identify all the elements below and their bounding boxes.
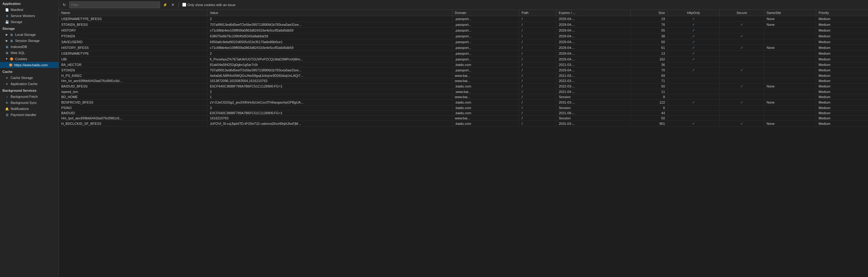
table-cell: Medium [816, 105, 868, 111]
refresh-button[interactable]: ↻ [61, 2, 67, 8]
table-cell: ✓ [668, 67, 719, 73]
sidebar-item-bg-fetch[interactable]: ↕ Background Fetch [0, 93, 59, 100]
sidebar-item-baidu-cookies[interactable]: 🍪 https://www.baidu.com [0, 62, 59, 68]
table-row[interactable]: BAIDUID_BFESSE0CF640C3888F799A7B6FC51C11… [59, 84, 868, 89]
table-row[interactable]: UBIfi_PncwhpxZ%7ETaKAVUGTI3JXPvPZCQLWaD3… [59, 56, 868, 62]
col-header-samesite[interactable]: SameSite [764, 10, 816, 16]
table-cell: 3 [208, 105, 453, 111]
table-row[interactable]: BAIDUIDE0CF640C3888F799A7B6FC51C1128906:… [59, 111, 868, 116]
table-cell: 901 [630, 121, 668, 127]
table-cell: None [764, 16, 816, 22]
sidebar-item-session-storage-label: Session Storage [15, 39, 40, 43]
table-cell: .baidu.com [452, 105, 519, 111]
table-cell: zV-OJeC62Glg2_jeo3X8hHc6zUeCox3TH6aogseX… [208, 100, 453, 105]
sidebar-item-manifest[interactable]: 📄 Manifest [0, 7, 59, 13]
table-cell: 162 [630, 56, 668, 62]
sidebar-item-bg-sync-label: Background Sync [11, 101, 37, 105]
col-header-name[interactable]: Name [59, 10, 208, 16]
table-cell: ✓ [668, 51, 719, 56]
table-cell: .baidu.com [452, 62, 519, 67]
col-header-expires[interactable]: Expires / ... [556, 10, 630, 16]
table-cell: .baidu.com [452, 100, 519, 105]
sidebar-item-storage[interactable]: 💾 Storage [0, 19, 59, 25]
col-header-value[interactable]: Value [208, 10, 453, 16]
table-cell: Medium [816, 16, 868, 22]
table-row[interactable]: ispeed_lsm2.www.bai.../2021-04-...11Medi… [59, 89, 868, 94]
table-row[interactable]: HISTORY_BFESSc71c88bb4ee109ff00fa0863d82… [59, 45, 868, 51]
clear-button[interactable]: ✕ [170, 2, 176, 8]
table-row[interactable]: PSINO3.baidu.com/Session6Medium [59, 105, 868, 111]
table-cell [668, 62, 719, 67]
table-row[interactable]: STOKEN_BFESS707a99913ed6d5eef72e5be39571… [59, 22, 868, 28]
table-cell: 1616210763 [208, 116, 453, 121]
sidebar-item-local-storage[interactable]: ▶ ⊞ Local Storage [0, 32, 59, 38]
sidebar-item-web-sql[interactable]: ⊞ Web SQL [0, 50, 59, 56]
table-cell: / [519, 62, 556, 67]
cookies-folder-icon: 🍪 [9, 57, 14, 61]
table-row[interactable]: BDSFRCVID_BFESSzV-OJeC62Glg2_jeo3X8hHc6z… [59, 100, 868, 105]
table-cell: USERNAMETYPE [59, 51, 208, 56]
table-cell: HISTORY_BFESS [59, 45, 208, 51]
table-row[interactable]: USERNAMETYPE2.passport.../2029-04-...13✓… [59, 51, 868, 56]
workers-icon: ⚙ [5, 14, 9, 18]
table-row[interactable]: PTOKEN638075e8b76c109045d5342a8ab6af18.p… [59, 33, 868, 39]
table-cell: www.bai... [452, 94, 519, 100]
sidebar-item-payment-label: Payment Handler [11, 113, 36, 117]
table-row[interactable]: BD_HOME1www.bai.../Session8Medium [59, 94, 868, 100]
table-cell: 2021-03-... [556, 62, 630, 67]
app-cache-icon: ≡ [5, 82, 9, 86]
table-cell: 2029-04-... [556, 56, 630, 62]
sidebar-item-bg-sync[interactable]: ↻ Background Sync [0, 100, 59, 106]
col-header-httponly[interactable]: HttpOnly [668, 10, 719, 16]
col-header-priority[interactable]: Priority [816, 10, 868, 16]
table-cell [719, 16, 764, 22]
sidebar-item-cookies-label: Cookies [15, 57, 27, 61]
table-cell: 50 [630, 39, 668, 45]
table-cell: BD_HOME [59, 94, 208, 100]
table-cell: / [519, 116, 556, 121]
table-cell: ✓ [719, 33, 764, 39]
table-cell: .passport... [452, 39, 519, 45]
sidebar-item-session-storage[interactable]: ▶ ⊞ Session Storage [0, 38, 59, 44]
table-cell: 36 [630, 62, 668, 67]
only-issues-checkbox-label[interactable]: Only show cookies with an issue [181, 2, 237, 8]
table-cell: HISTORY [59, 28, 208, 33]
table-row[interactable]: BA_HECTOR81ak04a584252g0gbv1g5ar7c0r.bai… [59, 62, 868, 67]
table-cell: Medium [816, 73, 868, 78]
filter-options-icon: ⚡ [163, 3, 167, 7]
table-row[interactable]: Hm_lvt_aec699bb6442ba076c8981c6d...16138… [59, 78, 868, 84]
sidebar-item-service-workers[interactable]: ⚙ Service Workers [0, 13, 59, 19]
bg-fetch-icon: ↕ [5, 94, 9, 99]
table-row[interactable]: Hm_lpvt_aec699bb6442ba076c8981c6...16162… [59, 116, 868, 121]
col-header-size[interactable]: Size [630, 10, 668, 16]
cookies-table-container: Name Value Domain Path Expires / ... Siz… [59, 10, 868, 277]
sidebar-item-baidu-cookies-label: https://www.baidu.com [14, 63, 48, 67]
table-cell: 1 [208, 94, 453, 100]
col-header-domain[interactable]: Domain [452, 10, 519, 16]
table-cell: Session [556, 94, 630, 100]
session-storage-icon: ⊞ [9, 38, 14, 43]
sidebar-item-indexeddb[interactable]: ⊞ IndexedDB [0, 44, 59, 50]
table-cell: ✓ [668, 39, 719, 45]
table-row[interactable]: USERNAMETYPE_BFESS2.passport.../2029-04-… [59, 16, 868, 22]
table-cell: 76 [630, 22, 668, 28]
table-cell: 2022-03-... [556, 78, 630, 84]
filter-icon-btn[interactable]: ⚡ [162, 2, 168, 8]
sidebar-item-cookies[interactable]: ▼ 🍪 Cookies [0, 56, 59, 62]
table-cell: / [519, 78, 556, 84]
sidebar-item-cache-storage[interactable]: ≡ Cache Storage [0, 75, 59, 81]
table-row[interactable]: SAVEUSERID6950a6c9ebd9022d6505cf22e35170… [59, 39, 868, 45]
table-row[interactable]: H_BDCLCKID_SF_BFESSJnFOVI_5f-csjJbphITD-… [59, 121, 868, 127]
table-cell: fi_PncwhpxZ%7ETaKAVUGTI3JXPvPZCQLWaD3MPm… [208, 56, 453, 62]
filter-input[interactable] [69, 2, 160, 8]
sidebar-item-payment-handler[interactable]: ☰ Payment Handler [0, 112, 59, 118]
only-issues-checkbox[interactable] [182, 3, 186, 7]
sidebar-item-application-cache[interactable]: ≡ Application Cache [0, 81, 59, 87]
sidebar-item-notifications[interactable]: 🔔 Notifications [0, 106, 59, 112]
col-header-path[interactable]: Path [519, 10, 556, 16]
table-cell: www.bai... [452, 116, 519, 121]
table-row[interactable]: STOKEN707a99913ed6d5eef72e5be395713890fd… [59, 67, 868, 73]
table-row[interactable]: HISTORYc71c88bb4ee109ff00fa0863d824316e4… [59, 28, 868, 33]
table-row[interactable]: H_PS_645EC4a4a0dLN8R4oI0WQGsJ4wS8gxjtJxI… [59, 73, 868, 78]
col-header-secure[interactable]: Secure [719, 10, 764, 16]
